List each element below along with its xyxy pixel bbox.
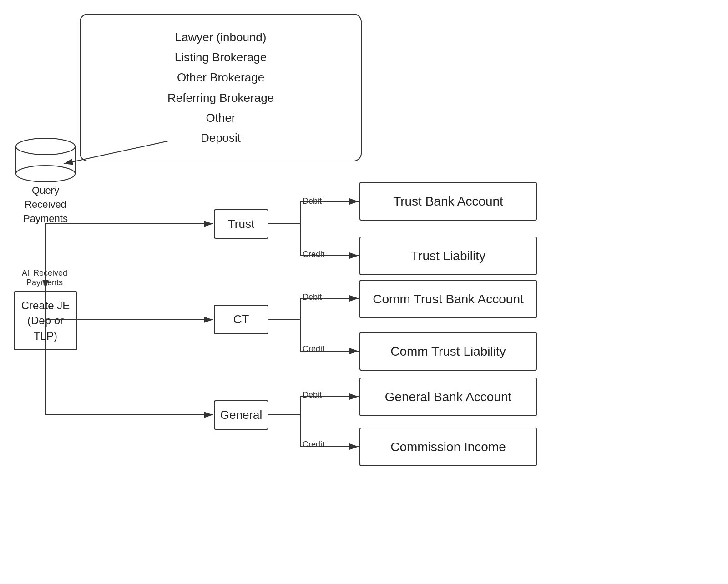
svg-point-2 xyxy=(16,166,75,182)
trust-debit-label: Debit xyxy=(303,196,322,206)
comm-trust-liability-box: Comm Trust Liability xyxy=(359,332,537,371)
svg-point-1 xyxy=(16,138,75,155)
speech-bubble: Lawyer (inbound) Listing Brokerage Other… xyxy=(80,14,362,161)
diagram: Lawyer (inbound) Listing Brokerage Other… xyxy=(0,0,728,584)
trust-credit-label: Credit xyxy=(303,250,324,259)
comm-trust-bank-box: Comm Trust Bank Account xyxy=(359,280,537,318)
ct-credit-label: Credit xyxy=(303,344,324,354)
database-cylinder: QueryReceivedPayments xyxy=(14,136,77,226)
trust-bank-account-box: Trust Bank Account xyxy=(359,182,537,221)
general-node: General xyxy=(214,400,268,430)
general-credit-label: Credit xyxy=(303,440,324,449)
all-received-payments-label: All Received Payments xyxy=(8,268,81,287)
commission-income-box: Commission Income xyxy=(359,428,537,466)
ct-node: CT xyxy=(214,305,268,334)
trust-liability-box: Trust Liability xyxy=(359,237,537,275)
general-debit-label: Debit xyxy=(303,390,322,400)
cylinder-label: QueryReceivedPayments xyxy=(14,184,77,226)
trust-node: Trust xyxy=(214,209,268,239)
bubble-content: Lawyer (inbound) Listing Brokerage Other… xyxy=(99,27,343,148)
create-je-box: Create JE(Dep orTLP) xyxy=(14,291,77,350)
general-bank-box: General Bank Account xyxy=(359,378,537,416)
ct-debit-label: Debit xyxy=(303,292,322,302)
